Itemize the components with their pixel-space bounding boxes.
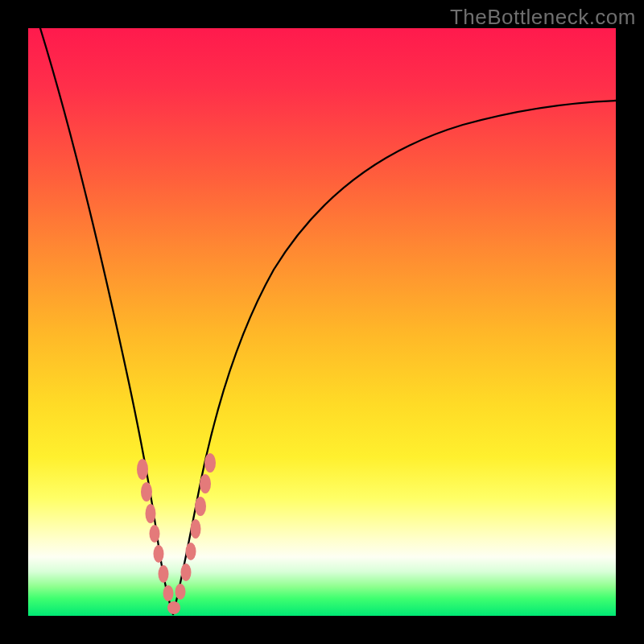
plot-area — [28, 28, 616, 616]
marker-dot — [150, 525, 160, 543]
marker-dot — [163, 585, 174, 601]
marker-dot — [154, 545, 164, 563]
marker-dot — [159, 565, 169, 583]
curve-layer — [28, 28, 616, 616]
marker-dot — [137, 459, 148, 480]
marker-dot — [195, 497, 206, 516]
marker-dot — [191, 519, 201, 539]
chart-frame: TheBottleneck.com — [0, 0, 644, 644]
marker-dot — [186, 543, 196, 560]
marker-dot — [200, 474, 211, 493]
marker-dot — [181, 564, 192, 581]
marker-dot — [141, 482, 152, 502]
marker-dot — [175, 584, 186, 600]
curve-right-branch — [173, 101, 616, 614]
watermark-text: TheBottleneck.com — [450, 5, 636, 30]
marker-dot — [167, 601, 180, 614]
marker-dot — [146, 504, 156, 523]
marker-dot — [204, 453, 216, 473]
